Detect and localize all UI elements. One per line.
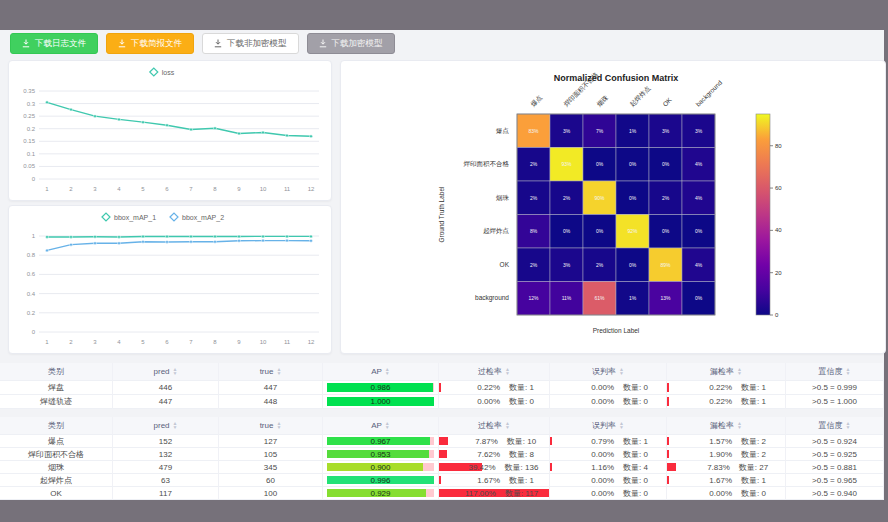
svg-text:0: 0	[32, 176, 36, 182]
svg-text:11: 11	[284, 339, 291, 345]
misjudge-cell: 0.00%数量: 0	[550, 448, 667, 461]
toolbar: 下载日志文件 下载简报文件 下载非加密模型 下载加密模型	[10, 33, 395, 54]
column-header-AP[interactable]: AP▲▼	[323, 363, 439, 381]
svg-text:8%: 8%	[530, 228, 538, 234]
button-label: 下载日志文件	[35, 38, 86, 50]
ap-value: 0.996	[370, 476, 390, 485]
sort-icon: ▲▼	[276, 368, 281, 375]
rate-percent: 0.00%	[568, 397, 614, 406]
cm-title: Normalized Confusion Matrix	[554, 73, 679, 83]
rate-percent: 1.90%	[686, 450, 732, 459]
rate-percent: 0.22%	[686, 383, 732, 392]
svg-text:起焊炸点: 起焊炸点	[483, 227, 510, 235]
column-header-pred[interactable]: pred▲▼	[113, 417, 219, 435]
svg-text:80: 80	[775, 143, 782, 149]
svg-text:61%: 61%	[594, 295, 605, 301]
rate-count: 数量: 0	[623, 488, 648, 499]
svg-text:0.2: 0.2	[27, 126, 36, 132]
svg-text:4%: 4%	[695, 195, 703, 201]
true-cell: 447	[219, 381, 323, 395]
svg-text:1: 1	[45, 186, 49, 192]
column-header-误判率[interactable]: 误判率▲▼	[550, 363, 667, 381]
rate-percent: 0.00%	[568, 489, 614, 498]
legend-item[interactable]: loss	[150, 68, 175, 76]
rate-bar	[667, 476, 669, 484]
confidence-cell: >0.5 = 0.881	[786, 461, 884, 474]
table-row: 焊盘4464470.9860.22%数量: 10.00%数量: 00.22%数量…	[0, 381, 884, 395]
bbox-map-chart: bbox_mAP_1bbox_mAP_200.20.40.60.81123456…	[9, 206, 329, 351]
rate-percent: 0.00%	[568, 383, 614, 392]
ap-cell: 1.000	[323, 395, 439, 409]
rate-percent: 0.00%	[686, 489, 732, 498]
rate-bar	[667, 463, 676, 471]
confidence-cell: >0.5 = 0.924	[786, 435, 884, 448]
svg-text:6: 6	[165, 339, 169, 345]
column-header-AP[interactable]: AP▲▼	[323, 417, 439, 435]
column-header-过检率[interactable]: 过检率▲▼	[439, 363, 550, 381]
svg-text:烟珠: 烟珠	[496, 194, 510, 201]
svg-text:0.8: 0.8	[27, 252, 36, 258]
download-report-button[interactable]: 下载简报文件	[106, 33, 194, 54]
confidence-cell: >0.5 = 0.999	[786, 381, 884, 395]
column-header-label: 类别	[48, 420, 64, 431]
svg-text:6: 6	[165, 186, 169, 192]
svg-text:2: 2	[69, 186, 73, 192]
colorbar	[756, 114, 770, 315]
svg-text:爆点: 爆点	[496, 127, 510, 134]
column-header-true[interactable]: true▲▼	[219, 363, 323, 381]
svg-text:3%: 3%	[563, 262, 571, 268]
table-row: OK1171000.929117.00%数量: 1170.00%数量: 00.0…	[0, 487, 884, 500]
column-header-过检率[interactable]: 过检率▲▼	[439, 417, 550, 435]
svg-text:0.35: 0.35	[23, 88, 35, 94]
svg-text:background: background	[694, 78, 724, 108]
legend-item[interactable]: bbox_mAP_1	[102, 213, 156, 222]
download-plain-model-button[interactable]: 下载非加密模型	[202, 33, 299, 54]
pred-cell: 132	[113, 448, 219, 461]
true-cell: 105	[219, 448, 323, 461]
column-header-漏检率[interactable]: 漏检率▲▼	[667, 417, 786, 435]
svg-text:0%: 0%	[695, 228, 703, 234]
column-header-pred[interactable]: pred▲▼	[113, 363, 219, 381]
legend-item[interactable]: bbox_mAP_2	[170, 213, 224, 222]
column-header-label: 过检率	[478, 366, 502, 377]
svg-text:5: 5	[141, 339, 145, 345]
download-icon	[22, 39, 30, 48]
svg-text:40: 40	[775, 227, 782, 233]
column-header-label: AP	[371, 367, 382, 376]
button-label: 下载简报文件	[131, 38, 182, 50]
svg-text:3%: 3%	[695, 128, 703, 134]
svg-text:4: 4	[117, 339, 121, 345]
confidence-cell: >0.5 = 0.940	[786, 487, 884, 500]
rate-count: 数量: 1	[509, 475, 534, 486]
rate-count: 数量: 10	[507, 436, 536, 447]
column-header-置信度[interactable]: 置信度▲▼	[786, 417, 884, 435]
rate-bar	[667, 437, 669, 445]
class-cell: 爆点	[0, 435, 113, 448]
misjudge-cell: 0.00%数量: 0	[550, 395, 667, 409]
svg-text:起焊炸点: 起焊炸点	[628, 84, 652, 108]
ap-cell: 0.967	[323, 435, 439, 448]
svg-text:3%: 3%	[563, 128, 571, 134]
column-header-误判率[interactable]: 误判率▲▼	[550, 417, 667, 435]
rate-bar	[550, 463, 552, 471]
svg-text:93%: 93%	[561, 161, 572, 167]
svg-text:20: 20	[775, 270, 782, 276]
misjudge-cell: 0.00%数量: 0	[550, 487, 667, 500]
rate-count: 数量: 0	[623, 382, 648, 393]
column-header-置信度[interactable]: 置信度▲▼	[786, 363, 884, 381]
map-chart-card: bbox_mAP_1bbox_mAP_200.20.40.60.81123456…	[8, 205, 332, 354]
svg-text:60: 60	[775, 185, 782, 191]
download-encrypted-model-button[interactable]: 下载加密模型	[307, 33, 395, 54]
column-header-漏检率[interactable]: 漏检率▲▼	[667, 363, 786, 381]
svg-text:焊印面积不合格: 焊印面积不合格	[464, 160, 510, 168]
download-log-button[interactable]: 下载日志文件	[10, 33, 98, 54]
column-header-true[interactable]: true▲▼	[219, 417, 323, 435]
rate-percent: 0.22%	[454, 383, 500, 392]
true-cell: 448	[219, 395, 323, 409]
cm-ylabel: Ground Truth Label	[438, 186, 445, 243]
confidence-cell: >0.5 = 0.925	[786, 448, 884, 461]
miss-cell: 1.67%数量: 1	[667, 474, 786, 487]
loss-chart-card: loss00.050.10.150.20.250.30.351234567891…	[8, 60, 332, 201]
metrics-table-1: 类别pred▲▼true▲▼AP▲▼过检率▲▼误判率▲▼漏检率▲▼置信度▲▼焊盘…	[0, 363, 884, 409]
svg-text:4%: 4%	[695, 161, 703, 167]
